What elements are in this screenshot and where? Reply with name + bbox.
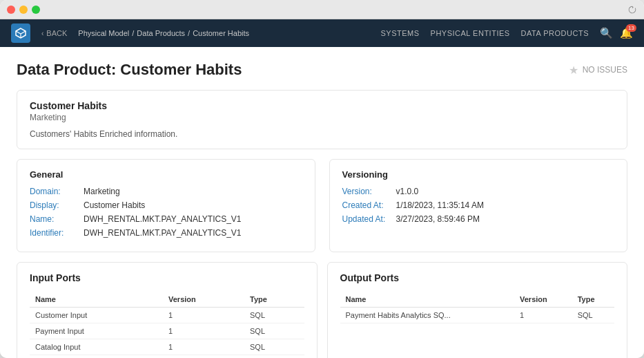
input-row-name: Customer Input [30,308,163,323]
navbar: ‹ BACK Physical Model / Data Products / … [0,19,644,47]
info-grid: General Domain: Marketing Display: Custo… [17,159,627,252]
output-ports-title: Output Ports [340,272,615,283]
star-icon[interactable]: ★ [569,64,578,77]
notification-badge: 13 [626,24,636,32]
page-title: Data Product: Customer Habits [17,61,242,79]
versioning-created-row: Created At: 1/18/2023, 11:35:14 AM [342,200,615,210]
output-ports-header-row: Name Version Type [340,292,615,308]
back-arrow-icon: ‹ [41,30,43,37]
output-ports-section: Output Ports Name Version Type Payment H… [327,262,628,358]
output-row-type: SQL [572,308,614,323]
app-window: ‹ BACK Physical Model / Data Products / … [0,0,644,358]
entity-name: Customer Habits [30,100,614,111]
breadcrumb-physical-model[interactable]: Physical Model [78,29,129,37]
entity-description: Customers' Habits Enriched information. [30,129,614,139]
input-row-name: Catalog Input [30,339,163,355]
entity-card: Customer Habits Marketing Customers' Hab… [17,90,627,149]
breadcrumb-sep2: / [188,29,190,37]
main-content: Data Product: Customer Habits ★ NO ISSUE… [0,47,644,358]
minimize-button[interactable] [19,6,28,14]
versioning-updated-value: 3/27/2023, 8:59:46 PM [396,214,480,224]
general-display-label: Display: [30,200,78,210]
general-title: General [30,169,302,180]
titlebar [0,0,644,19]
general-display-value: Customer Habits [84,200,145,210]
general-section: General Domain: Marketing Display: Custo… [17,159,315,252]
versioning-version-row: Version: v1.0.0 [342,187,615,196]
app-logo [11,23,30,43]
general-identifier-row: Identifier: DWH_RENTAL.MKT.PAY_ANALYTICS… [30,228,302,238]
ports-grid: Input Ports Name Version Type Customer I… [17,262,627,358]
versioning-updated-row: Updated At: 3/27/2023, 8:59:46 PM [342,214,615,224]
versioning-created-label: Created At: [342,200,391,210]
no-issues-label: NO ISSUES [583,65,627,75]
nav-systems[interactable]: SYSTEMS [380,29,419,37]
input-ports-header-row: Name Version Type [30,292,304,308]
general-name-label: Name: [30,214,78,224]
input-row-name: Payment Input [30,323,163,339]
input-row-type: SQL [244,323,304,339]
output-col-version: Version [514,292,572,308]
nav-physical-entities[interactable]: PHYSICAL ENTITIES [431,29,510,37]
breadcrumb: Physical Model / Data Products / Custome… [78,29,249,37]
output-row-version: 1 [514,308,572,323]
close-button[interactable] [7,6,15,14]
table-row: Payment Habits Analytics SQ... 1 SQL [340,308,615,323]
versioning-title: Versioning [342,169,615,180]
output-col-type: Type [572,292,614,308]
general-domain-value: Marketing [84,187,120,196]
no-issues-badge: ★ NO ISSUES [569,64,627,77]
breadcrumb-customer-habits: Customer Habits [193,29,249,37]
input-row-version: 1 [163,308,244,323]
maximize-button[interactable] [32,6,40,14]
navbar-icons: 🔍 🔔 13 [600,27,633,39]
versioning-version-value: v1.0.0 [396,187,419,196]
general-domain-row: Domain: Marketing [30,187,302,196]
nav-data-products[interactable]: DATA PRODUCTS [521,29,589,37]
window-controls [7,6,40,14]
back-button[interactable]: ‹ BACK [41,29,67,37]
versioning-created-value: 1/18/2023, 11:35:14 AM [396,200,484,210]
versioning-section: Versioning Version: v1.0.0 Created At: 1… [329,159,628,252]
table-row: Catalog Input 1 SQL [30,339,304,355]
page-header: Data Product: Customer Habits ★ NO ISSUE… [17,61,627,79]
general-domain-label: Domain: [30,187,78,196]
notification-icon[interactable]: 🔔 13 [620,27,633,39]
breadcrumb-data-products[interactable]: Data Products [137,29,185,37]
general-name-value: DWH_RENTAL.MKT.PAY_ANALYTICS_V1 [84,214,242,224]
general-identifier-value: DWH_RENTAL.MKT.PAY_ANALYTICS_V1 [84,228,242,238]
reload-icon[interactable] [627,5,637,15]
entity-domain: Marketing [30,113,614,122]
input-row-version: 1 [163,339,244,355]
output-ports-table: Name Version Type Payment Habits Analyti… [340,292,615,323]
search-icon[interactable]: 🔍 [600,27,613,39]
back-label: BACK [46,29,67,37]
output-col-name: Name [340,292,515,308]
table-row: Customer Input 1 SQL [30,308,304,323]
general-identifier-label: Identifier: [30,228,78,238]
input-ports-title: Input Ports [30,272,304,283]
versioning-updated-label: Updated At: [342,214,391,224]
breadcrumb-sep1: / [132,29,134,37]
general-name-row: Name: DWH_RENTAL.MKT.PAY_ANALYTICS_V1 [30,214,302,224]
input-row-version: 1 [163,323,244,339]
input-row-type: SQL [244,308,304,323]
input-ports-section: Input Ports Name Version Type Customer I… [17,262,318,358]
input-col-version: Version [163,292,244,308]
nav-links: SYSTEMS PHYSICAL ENTITIES DATA PRODUCTS [380,29,589,37]
versioning-version-label: Version: [342,187,391,196]
table-row: Payment Input 1 SQL [30,323,304,339]
input-col-name: Name [30,292,163,308]
output-row-name: Payment Habits Analytics SQ... [340,308,515,323]
input-col-type: Type [244,292,304,308]
input-ports-table: Name Version Type Customer Input 1 SQL P… [30,292,304,355]
general-display-row: Display: Customer Habits [30,200,302,210]
input-row-type: SQL [244,339,304,355]
